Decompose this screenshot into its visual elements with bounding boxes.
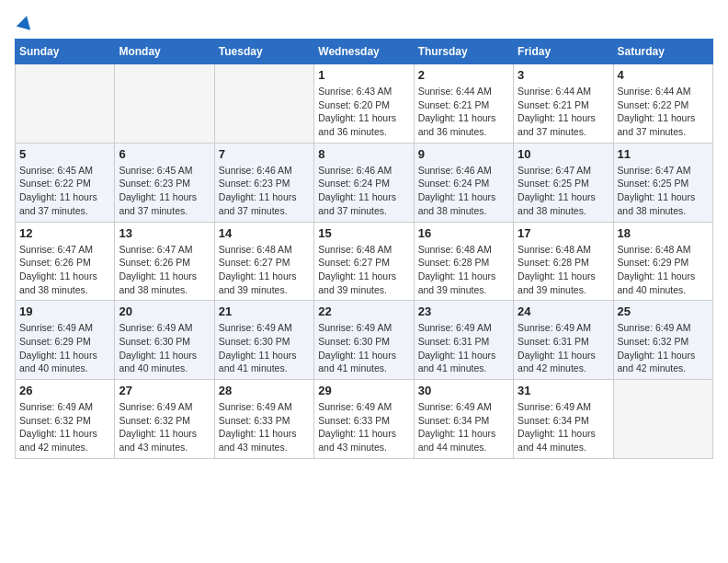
calendar-week-row: 19Sunrise: 6:49 AMSunset: 6:29 PMDayligh… bbox=[16, 301, 713, 380]
day-number: 7 bbox=[219, 147, 310, 161]
day-number: 21 bbox=[219, 304, 310, 318]
day-number: 4 bbox=[618, 68, 709, 82]
day-info: Sunrise: 6:45 AMSunset: 6:22 PMDaylight:… bbox=[19, 164, 110, 218]
day-number: 15 bbox=[318, 226, 409, 240]
calendar-cell: 31Sunrise: 6:49 AMSunset: 6:34 PMDayligh… bbox=[514, 380, 613, 459]
day-number: 13 bbox=[119, 226, 210, 240]
calendar-cell: 28Sunrise: 6:49 AMSunset: 6:33 PMDayligh… bbox=[214, 380, 313, 459]
day-info: Sunrise: 6:46 AMSunset: 6:23 PMDaylight:… bbox=[219, 164, 310, 218]
day-info: Sunrise: 6:49 AMSunset: 6:30 PMDaylight:… bbox=[119, 321, 210, 375]
calendar-week-row: 5Sunrise: 6:45 AMSunset: 6:22 PMDaylight… bbox=[16, 143, 713, 222]
calendar-cell: 17Sunrise: 6:48 AMSunset: 6:28 PMDayligh… bbox=[514, 222, 613, 301]
calendar-cell: 10Sunrise: 6:47 AMSunset: 6:25 PMDayligh… bbox=[514, 143, 613, 222]
day-number: 16 bbox=[418, 226, 509, 240]
calendar-cell: 3Sunrise: 6:44 AMSunset: 6:21 PMDaylight… bbox=[514, 64, 613, 144]
logo bbox=[15, 15, 33, 28]
day-number: 18 bbox=[618, 226, 709, 240]
day-info: Sunrise: 6:47 AMSunset: 6:25 PMDaylight:… bbox=[618, 164, 709, 218]
day-info: Sunrise: 6:46 AMSunset: 6:24 PMDaylight:… bbox=[418, 164, 509, 218]
calendar-cell: 5Sunrise: 6:45 AMSunset: 6:22 PMDaylight… bbox=[16, 143, 115, 222]
calendar-cell: 15Sunrise: 6:48 AMSunset: 6:27 PMDayligh… bbox=[314, 222, 414, 301]
calendar-week-row: 1Sunrise: 6:43 AMSunset: 6:20 PMDaylight… bbox=[16, 64, 713, 144]
calendar-cell: 26Sunrise: 6:49 AMSunset: 6:32 PMDayligh… bbox=[16, 380, 115, 459]
calendar-table: SundayMondayTuesdayWednesdayThursdayFrid… bbox=[15, 39, 713, 459]
calendar-cell: 30Sunrise: 6:49 AMSunset: 6:34 PMDayligh… bbox=[414, 380, 513, 459]
day-info: Sunrise: 6:49 AMSunset: 6:32 PMDaylight:… bbox=[119, 400, 210, 454]
day-number: 6 bbox=[119, 147, 210, 161]
day-number: 9 bbox=[418, 147, 509, 161]
calendar-cell: 18Sunrise: 6:48 AMSunset: 6:29 PMDayligh… bbox=[613, 222, 712, 301]
calendar-cell: 6Sunrise: 6:45 AMSunset: 6:23 PMDaylight… bbox=[115, 143, 214, 222]
day-number: 28 bbox=[219, 384, 310, 397]
day-number: 17 bbox=[518, 226, 609, 240]
day-info: Sunrise: 6:45 AMSunset: 6:23 PMDaylight:… bbox=[119, 164, 210, 218]
day-info: Sunrise: 6:43 AMSunset: 6:20 PMDaylight:… bbox=[318, 85, 409, 139]
calendar-cell: 12Sunrise: 6:47 AMSunset: 6:26 PMDayligh… bbox=[16, 222, 115, 301]
day-info: Sunrise: 6:49 AMSunset: 6:30 PMDaylight:… bbox=[318, 321, 409, 375]
day-info: Sunrise: 6:47 AMSunset: 6:25 PMDaylight:… bbox=[518, 164, 609, 218]
day-info: Sunrise: 6:48 AMSunset: 6:27 PMDaylight:… bbox=[318, 243, 409, 297]
day-number: 30 bbox=[418, 384, 509, 397]
weekday-header-sunday: Sunday bbox=[16, 40, 115, 64]
calendar-cell bbox=[115, 64, 214, 144]
day-number: 24 bbox=[518, 304, 609, 318]
calendar-cell: 13Sunrise: 6:47 AMSunset: 6:26 PMDayligh… bbox=[115, 222, 214, 301]
calendar-cell: 11Sunrise: 6:47 AMSunset: 6:25 PMDayligh… bbox=[613, 143, 712, 222]
calendar-cell: 19Sunrise: 6:49 AMSunset: 6:29 PMDayligh… bbox=[16, 301, 115, 380]
day-number: 10 bbox=[518, 147, 609, 161]
calendar-cell bbox=[613, 380, 712, 459]
weekday-header-monday: Monday bbox=[115, 40, 214, 64]
day-info: Sunrise: 6:48 AMSunset: 6:28 PMDaylight:… bbox=[418, 243, 509, 297]
calendar-cell: 21Sunrise: 6:49 AMSunset: 6:30 PMDayligh… bbox=[214, 301, 313, 380]
weekday-header-thursday: Thursday bbox=[414, 40, 513, 64]
day-info: Sunrise: 6:44 AMSunset: 6:21 PMDaylight:… bbox=[518, 85, 609, 139]
day-info: Sunrise: 6:49 AMSunset: 6:32 PMDaylight:… bbox=[19, 400, 110, 454]
calendar-cell: 7Sunrise: 6:46 AMSunset: 6:23 PMDaylight… bbox=[214, 143, 313, 222]
weekday-header-friday: Friday bbox=[514, 40, 613, 64]
day-number: 25 bbox=[618, 304, 709, 318]
weekday-header-wednesday: Wednesday bbox=[314, 40, 414, 64]
day-info: Sunrise: 6:44 AMSunset: 6:22 PMDaylight:… bbox=[618, 85, 709, 139]
day-number: 20 bbox=[119, 304, 210, 318]
day-info: Sunrise: 6:49 AMSunset: 6:34 PMDaylight:… bbox=[518, 400, 609, 454]
calendar-cell: 4Sunrise: 6:44 AMSunset: 6:22 PMDaylight… bbox=[613, 64, 712, 144]
day-number: 27 bbox=[119, 384, 210, 397]
page-header bbox=[15, 15, 713, 28]
day-info: Sunrise: 6:49 AMSunset: 6:31 PMDaylight:… bbox=[518, 321, 609, 375]
day-info: Sunrise: 6:47 AMSunset: 6:26 PMDaylight:… bbox=[119, 243, 210, 297]
day-info: Sunrise: 6:46 AMSunset: 6:24 PMDaylight:… bbox=[318, 164, 409, 218]
day-info: Sunrise: 6:49 AMSunset: 6:33 PMDaylight:… bbox=[219, 400, 310, 454]
day-info: Sunrise: 6:49 AMSunset: 6:29 PMDaylight:… bbox=[19, 321, 110, 375]
calendar-week-row: 12Sunrise: 6:47 AMSunset: 6:26 PMDayligh… bbox=[16, 222, 713, 301]
day-info: Sunrise: 6:49 AMSunset: 6:32 PMDaylight:… bbox=[618, 321, 709, 375]
day-number: 1 bbox=[318, 68, 409, 82]
day-number: 29 bbox=[318, 384, 409, 397]
weekday-header-saturday: Saturday bbox=[613, 40, 712, 64]
day-info: Sunrise: 6:49 AMSunset: 6:30 PMDaylight:… bbox=[219, 321, 310, 375]
day-info: Sunrise: 6:49 AMSunset: 6:34 PMDaylight:… bbox=[418, 400, 509, 454]
weekday-header-tuesday: Tuesday bbox=[214, 40, 313, 64]
calendar-cell: 2Sunrise: 6:44 AMSunset: 6:21 PMDaylight… bbox=[414, 64, 513, 144]
day-info: Sunrise: 6:49 AMSunset: 6:33 PMDaylight:… bbox=[318, 400, 409, 454]
logo-triangle-icon bbox=[17, 15, 33, 31]
day-info: Sunrise: 6:47 AMSunset: 6:26 PMDaylight:… bbox=[19, 243, 110, 297]
calendar-cell: 22Sunrise: 6:49 AMSunset: 6:30 PMDayligh… bbox=[314, 301, 414, 380]
calendar-cell: 25Sunrise: 6:49 AMSunset: 6:32 PMDayligh… bbox=[613, 301, 712, 380]
day-info: Sunrise: 6:49 AMSunset: 6:31 PMDaylight:… bbox=[418, 321, 509, 375]
calendar-cell: 23Sunrise: 6:49 AMSunset: 6:31 PMDayligh… bbox=[414, 301, 513, 380]
calendar-cell: 9Sunrise: 6:46 AMSunset: 6:24 PMDaylight… bbox=[414, 143, 513, 222]
day-info: Sunrise: 6:48 AMSunset: 6:29 PMDaylight:… bbox=[618, 243, 709, 297]
calendar-cell: 8Sunrise: 6:46 AMSunset: 6:24 PMDaylight… bbox=[314, 143, 414, 222]
day-number: 26 bbox=[19, 384, 110, 397]
day-number: 2 bbox=[418, 68, 509, 82]
day-number: 3 bbox=[518, 68, 609, 82]
calendar-cell bbox=[214, 64, 313, 144]
calendar-week-row: 26Sunrise: 6:49 AMSunset: 6:32 PMDayligh… bbox=[16, 380, 713, 459]
calendar-cell: 1Sunrise: 6:43 AMSunset: 6:20 PMDaylight… bbox=[314, 64, 414, 144]
calendar-cell: 29Sunrise: 6:49 AMSunset: 6:33 PMDayligh… bbox=[314, 380, 414, 459]
day-info: Sunrise: 6:48 AMSunset: 6:27 PMDaylight:… bbox=[219, 243, 310, 297]
calendar-cell: 14Sunrise: 6:48 AMSunset: 6:27 PMDayligh… bbox=[214, 222, 313, 301]
day-info: Sunrise: 6:48 AMSunset: 6:28 PMDaylight:… bbox=[518, 243, 609, 297]
day-number: 12 bbox=[19, 226, 110, 240]
day-number: 22 bbox=[318, 304, 409, 318]
